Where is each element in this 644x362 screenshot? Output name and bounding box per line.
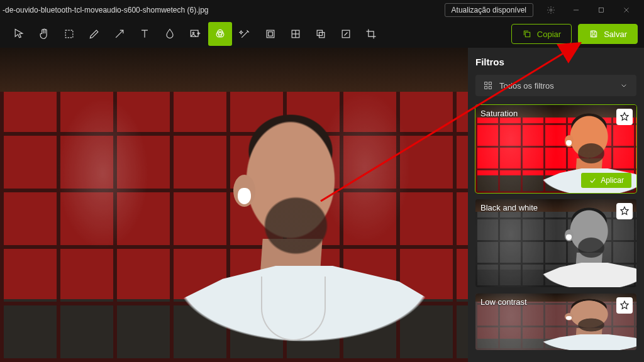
save-button[interactable]: Salvar <box>578 24 638 44</box>
minimize-button[interactable] <box>564 0 589 20</box>
overlay-icon <box>314 28 327 40</box>
image-tool[interactable] <box>183 22 207 46</box>
svg-rect-21 <box>592 31 595 33</box>
favorite-toggle[interactable] <box>616 203 633 219</box>
grid-tool[interactable] <box>284 22 308 46</box>
maximize-icon <box>597 6 606 14</box>
marquee-tool[interactable] <box>57 22 81 46</box>
pencil-icon <box>88 28 101 40</box>
star-icon <box>619 206 630 217</box>
star-icon <box>619 111 630 123</box>
copy-label: Copiar <box>537 30 561 39</box>
settings-button[interactable] <box>538 0 564 20</box>
filter-name: Saturation <box>480 109 518 118</box>
resize-icon <box>340 28 352 40</box>
svg-rect-17 <box>317 30 322 35</box>
apply-label: Aplicar <box>601 176 624 185</box>
filter-thumb-bw[interactable]: Black and white <box>475 199 636 287</box>
cursor-tool[interactable] <box>7 22 31 46</box>
pencil-tool[interactable] <box>82 22 106 46</box>
copy-button[interactable]: Copiar <box>511 24 572 44</box>
filter-name: Black and white <box>480 203 538 212</box>
star-icon <box>619 300 630 311</box>
file-name: -de-ouvido-bluetooth-tcl-moveaudio-s600-… <box>0 6 445 14</box>
hand-tool[interactable] <box>32 22 56 46</box>
overlay-tool[interactable] <box>309 22 333 46</box>
titlebar: -de-ouvido-bluetooth-tcl-moveaudio-s600-… <box>0 0 644 20</box>
blur-tool[interactable] <box>158 22 182 46</box>
text-tool[interactable] <box>133 22 157 46</box>
close-icon <box>622 6 631 14</box>
grid-icon <box>289 28 302 40</box>
panel-title: Filtros <box>475 57 636 67</box>
cursor-icon <box>13 28 25 40</box>
svg-line-6 <box>116 30 123 38</box>
filter-thumb-lowcontrast[interactable]: Low contrast <box>475 293 636 350</box>
svg-rect-24 <box>489 82 491 85</box>
filter-category-dropdown[interactable]: Todos os filtros <box>475 75 636 96</box>
svg-rect-26 <box>489 86 491 89</box>
svg-rect-12 <box>267 30 274 38</box>
close-button[interactable] <box>614 0 639 20</box>
svg-rect-18 <box>319 33 325 38</box>
svg-rect-13 <box>269 32 273 36</box>
main-area: Filtros Todos os filtros Saturation Apli… <box>0 48 644 362</box>
minimize-icon <box>572 6 580 14</box>
copy-icon <box>522 29 532 39</box>
toolbar: Copiar Salvar <box>0 20 644 48</box>
resize-tool[interactable] <box>334 22 358 46</box>
frame-icon <box>264 28 277 40</box>
svg-rect-25 <box>485 86 487 89</box>
svg-point-0 <box>550 9 552 11</box>
apply-filter-button[interactable]: Aplicar <box>581 173 631 188</box>
save-icon <box>589 29 599 39</box>
magic-tool[interactable] <box>233 22 257 46</box>
filters-tool[interactable] <box>208 22 232 46</box>
droplet-icon <box>164 28 176 40</box>
image-plus-icon <box>189 28 201 40</box>
image-canvas[interactable] <box>0 48 468 362</box>
text-icon <box>138 28 151 40</box>
wand-icon <box>239 28 252 40</box>
maximize-button[interactable] <box>589 0 614 20</box>
check-icon <box>589 177 597 185</box>
svg-rect-2 <box>599 8 604 13</box>
svg-rect-22 <box>592 35 595 36</box>
venn-icon <box>214 28 226 40</box>
filters-panel: Filtros Todos os filtros Saturation Apli… <box>468 48 644 362</box>
grid-small-icon <box>483 80 493 90</box>
marquee-icon <box>63 28 75 40</box>
svg-rect-5 <box>65 30 73 38</box>
svg-rect-23 <box>485 82 487 85</box>
gear-icon <box>547 6 555 14</box>
favorite-toggle[interactable] <box>616 297 633 314</box>
update-available-pill[interactable]: Atualização disponível <box>445 3 533 17</box>
chevron-down-icon <box>619 80 629 90</box>
crop-icon <box>365 28 377 40</box>
svg-rect-20 <box>525 32 530 36</box>
favorite-toggle[interactable] <box>616 109 633 125</box>
dropdown-label: Todos os filtros <box>499 81 554 90</box>
save-label: Salvar <box>604 30 627 39</box>
frame-tool[interactable] <box>258 22 282 46</box>
arrow-icon <box>113 28 126 40</box>
filter-thumb-saturation[interactable]: Saturation Aplicar <box>475 105 636 193</box>
arrow-tool[interactable] <box>108 22 131 46</box>
crop-tool[interactable] <box>359 22 383 46</box>
filter-name: Low contrast <box>480 297 527 307</box>
hand-icon <box>38 28 50 40</box>
